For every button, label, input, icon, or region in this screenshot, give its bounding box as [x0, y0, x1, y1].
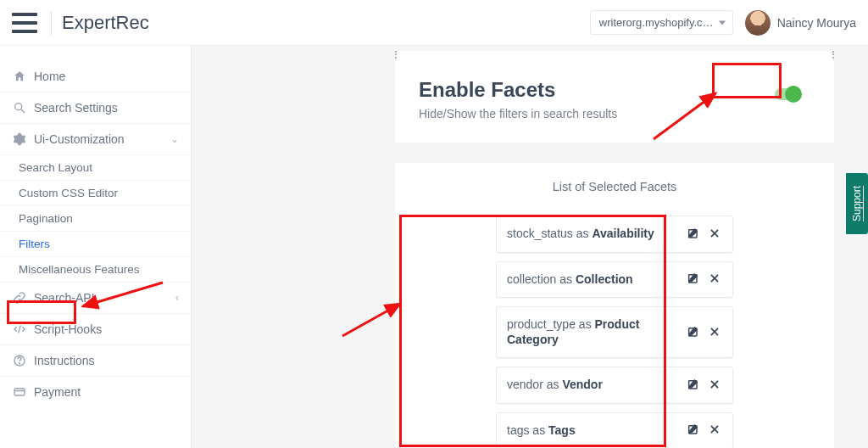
facet-actions: [687, 227, 722, 241]
facet-key: vendor: [507, 378, 543, 391]
edit-icon[interactable]: [687, 272, 700, 286]
sidebar-item-label: Search-API: [34, 291, 95, 305]
home-icon: [12, 69, 27, 84]
sidebar-sub-pagination[interactable]: Pagination: [0, 205, 191, 231]
remove-icon[interactable]: [709, 423, 722, 437]
sidebar-item-script-hooks[interactable]: Script-Hooks: [0, 313, 191, 344]
sidebar-item-label: Payment: [34, 385, 81, 399]
help-icon: [12, 353, 27, 368]
facet-row[interactable]: product_type as Product Category: [496, 306, 733, 358]
edit-icon[interactable]: [687, 378, 700, 392]
sidebar-item-instructions[interactable]: Instructions: [0, 344, 191, 376]
brand-name: ExpertRec: [62, 12, 149, 34]
enable-facets-subtitle: Hide/Show the filters in search results: [419, 107, 810, 120]
facet-label: product_type as Product Category: [507, 317, 687, 347]
facet-as-text: as: [543, 378, 563, 391]
facet-as-text: as: [576, 317, 595, 331]
chevron-right-icon: ‹: [175, 292, 179, 304]
facet-actions: [687, 326, 722, 339]
facet-row[interactable]: collection as Collection: [496, 261, 733, 299]
edit-icon[interactable]: [687, 423, 700, 437]
facet-row[interactable]: tags as Tags: [496, 412, 733, 449]
facet-as-text: as: [556, 272, 576, 286]
facet-label: vendor as Vendor: [507, 378, 603, 393]
enable-facets-title: Enable Facets: [419, 78, 810, 102]
sidebar-item-label: Ui-Customization: [34, 132, 125, 146]
facet-label: stock_status as Availability: [507, 227, 654, 242]
facet-alias: Collection: [576, 272, 633, 286]
facet-key: product_type: [507, 317, 576, 331]
facets-card: List of Selected Facets stock_status as …: [395, 163, 834, 448]
sidebar-item-label: Instructions: [34, 354, 95, 367]
brand-separator: [51, 11, 52, 35]
remove-icon[interactable]: [709, 378, 722, 392]
sidebar-item-home[interactable]: Home: [0, 61, 191, 92]
svg-point-0: [15, 104, 22, 110]
sidebar: Home Search Settings Ui-Customization ⌄ …: [0, 46, 192, 448]
sidebar-sub-miscellaneous[interactable]: Miscellaneous Features: [0, 256, 191, 282]
edit-icon[interactable]: [687, 326, 700, 339]
sidebar-item-label: Search Settings: [34, 101, 118, 115]
sidebar-item-search-settings[interactable]: Search Settings: [0, 92, 191, 123]
sidebar-sub-filters[interactable]: Filters: [0, 231, 191, 256]
menu-toggle-button[interactable]: [12, 13, 37, 33]
store-selector-text: writerorg.myshopify.c…: [599, 16, 714, 29]
facet-key: collection: [507, 272, 556, 286]
sidebar-sub-search-layout[interactable]: Search Layout: [0, 154, 191, 180]
sidebar-sub-custom-css[interactable]: Custom CSS Editor: [0, 180, 191, 205]
link-icon: [12, 290, 27, 305]
facet-alias: Availability: [592, 227, 654, 240]
facet-row[interactable]: stock_status as Availability: [496, 216, 733, 253]
facet-label: collection as Collection: [507, 272, 633, 288]
chevron-down-icon: ⌄: [170, 133, 179, 145]
edit-icon[interactable]: [687, 227, 700, 241]
gear-icon: [12, 132, 27, 147]
avatar[interactable]: [745, 10, 771, 36]
svg-point-4: [19, 363, 19, 364]
topbar: ExpertRec writerorg.myshopify.c… Naincy …: [0, 0, 868, 46]
enable-facets-card: Enable Facets Hide/Show the filters in s…: [395, 59, 834, 143]
facet-actions: [687, 272, 722, 286]
facet-actions: [687, 423, 722, 437]
facet-label: tags as Tags: [507, 423, 576, 439]
search-icon: [12, 100, 27, 115]
remove-icon[interactable]: [709, 227, 722, 241]
facet-as-text: as: [529, 423, 548, 437]
user-name: Naincy Mourya: [777, 16, 856, 30]
store-selector[interactable]: writerorg.myshopify.c…: [590, 10, 733, 35]
sidebar-item-search-api[interactable]: Search-API ‹: [0, 282, 191, 313]
facet-key: stock_status: [507, 227, 573, 240]
main-content: Enable Facets Hide/Show the filters in s…: [192, 46, 868, 448]
facet-alias: Tags: [548, 423, 576, 437]
code-icon: [12, 322, 27, 337]
facet-alias: Vendor: [562, 378, 602, 391]
enable-facets-toggle[interactable]: [775, 88, 800, 100]
facet-row[interactable]: vendor as Vendor: [496, 367, 733, 404]
svg-rect-5: [14, 389, 25, 395]
remove-icon[interactable]: [709, 326, 722, 339]
facet-actions: [687, 378, 722, 392]
facets-list-heading: List of Selected Facets: [419, 180, 810, 193]
facets-list: stock_status as Availabilitycollection a…: [496, 216, 733, 448]
support-tab[interactable]: Support: [846, 173, 868, 234]
facet-as-text: as: [573, 227, 593, 240]
svg-line-2: [19, 325, 21, 333]
sidebar-item-ui-customization[interactable]: Ui-Customization ⌄: [0, 123, 191, 154]
facet-key: tags: [507, 423, 529, 437]
sidebar-item-label: Script-Hooks: [34, 322, 102, 336]
sidebar-item-label: Home: [34, 70, 65, 83]
svg-line-1: [21, 109, 25, 113]
remove-icon[interactable]: [709, 272, 722, 286]
svg-line-23: [342, 304, 400, 336]
credit-card-icon: [12, 384, 27, 400]
sidebar-item-payment[interactable]: Payment: [0, 376, 191, 407]
